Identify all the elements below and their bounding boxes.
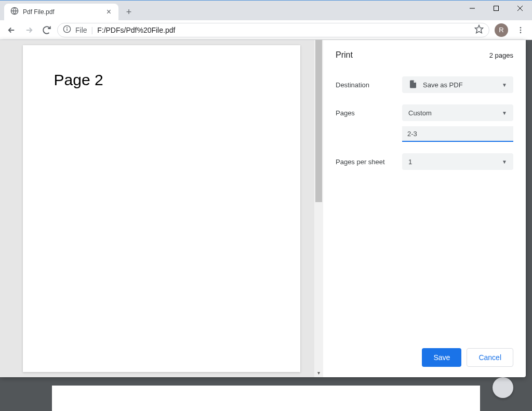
pages-per-sheet-value: 1 (408, 158, 412, 166)
svg-point-9 (520, 27, 522, 29)
chevron-down-icon: ▼ (502, 110, 507, 116)
cancel-button[interactable]: Cancel (467, 348, 513, 367)
print-preview-pane: Page 2 ▾ (0, 40, 323, 377)
pages-per-sheet-row: Pages per sheet 1 ▼ (336, 153, 513, 170)
profile-avatar[interactable]: R (495, 23, 508, 37)
window-controls (460, 1, 532, 16)
address-bar: File | F:/PDFs/Pdf%20File.pdf R (0, 20, 532, 40)
forward-button[interactable] (22, 23, 36, 37)
pages-mode-select[interactable]: Custom ▼ (402, 104, 513, 121)
destination-row: Destination Save as PDF ▼ (336, 76, 513, 93)
print-dialog: Page 2 ▾ Print 2 pages Destination (0, 40, 526, 377)
browser-tab[interactable]: Pdf File.pdf × (4, 4, 118, 20)
svg-point-10 (520, 29, 522, 31)
url-input[interactable]: File | F:/PDFs/Pdf%20File.pdf (57, 23, 489, 37)
new-tab-button[interactable]: + (122, 5, 136, 19)
bookmark-star-icon[interactable] (474, 24, 484, 35)
back-button[interactable] (4, 23, 19, 37)
url-path: F:/PDFs/Pdf%20File.pdf (97, 26, 175, 34)
pages-per-sheet-select[interactable]: 1 ▼ (402, 153, 513, 170)
pages-range-input[interactable] (402, 126, 513, 142)
scrollbar-thumb[interactable] (315, 40, 322, 202)
pages-range-row (336, 126, 513, 142)
print-header: Print 2 pages (336, 50, 513, 60)
preview-page: Page 2 (23, 45, 301, 372)
save-button[interactable]: Save (422, 348, 461, 367)
globe-icon (10, 7, 19, 17)
print-options-panel: Print 2 pages Destination Save as PDF ▼ (323, 40, 526, 377)
pages-mode-value: Custom (408, 109, 432, 117)
svg-point-11 (520, 32, 522, 33)
svg-marker-8 (475, 25, 483, 33)
preview-scrollbar[interactable]: ▾ (314, 40, 323, 377)
reload-button[interactable] (39, 23, 54, 37)
kebab-menu-icon[interactable] (513, 23, 528, 37)
fit-page-fab[interactable] (493, 377, 513, 398)
info-icon[interactable] (63, 25, 71, 35)
chevron-down-icon: ▼ (502, 159, 507, 165)
destination-label: Destination (336, 81, 402, 89)
svg-point-7 (67, 27, 68, 28)
tab-title: Pdf File.pdf (23, 8, 101, 16)
url-divider: | (91, 26, 94, 34)
window-titlebar: Pdf File.pdf × + (0, 1, 532, 20)
scroll-down-arrow-icon[interactable]: ▾ (314, 368, 323, 377)
destination-select[interactable]: Save as PDF ▼ (402, 76, 513, 93)
close-window-button[interactable] (508, 1, 532, 16)
pages-per-sheet-label: Pages per sheet (336, 158, 402, 166)
pages-row: Pages Custom ▼ (336, 104, 513, 121)
pdf-file-icon (408, 79, 418, 90)
pdf-viewer-content: Page 2 ▾ Print 2 pages Destination (0, 40, 532, 411)
url-scheme: File (75, 26, 87, 34)
dialog-footer: Save Cancel (336, 348, 513, 367)
avatar-initial: R (499, 26, 503, 34)
svg-rect-2 (494, 6, 499, 11)
background-page (52, 386, 480, 411)
destination-value: Save as PDF (423, 81, 463, 89)
maximize-button[interactable] (484, 1, 508, 16)
print-title: Print (336, 50, 353, 60)
chevron-down-icon: ▼ (502, 82, 507, 88)
page-count: 2 pages (489, 51, 513, 59)
preview-page-heading: Page 2 (54, 71, 270, 89)
minimize-button[interactable] (460, 1, 484, 16)
pages-label: Pages (336, 109, 402, 117)
tab-close-icon[interactable]: × (105, 7, 112, 17)
